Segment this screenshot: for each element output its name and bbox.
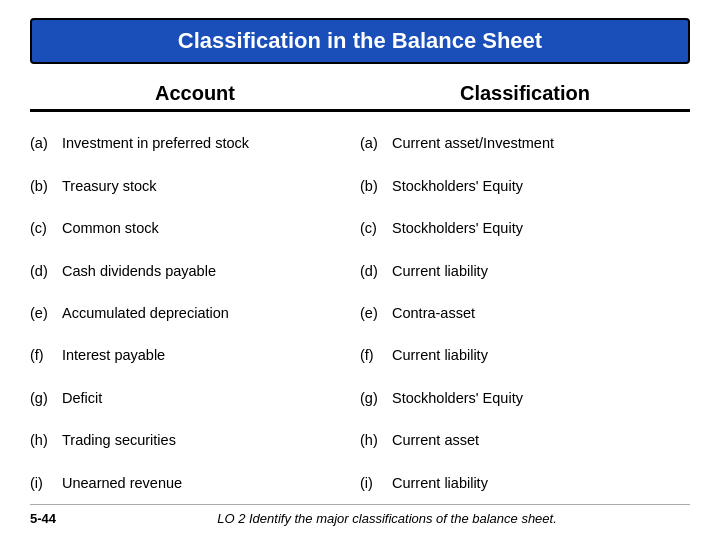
account-value-1: Treasury stock: [62, 178, 157, 194]
class-label-6: (g): [360, 390, 386, 406]
table-row: (a) Investment in preferred stock (a) Cu…: [30, 133, 690, 153]
account-value-2: Common stock: [62, 220, 159, 236]
cell-classification-0: (a) Current asset/Investment: [360, 135, 690, 151]
class-value-0: Current asset/Investment: [392, 135, 554, 151]
account-value-8: Unearned revenue: [62, 475, 182, 491]
cell-classification-1: (b) Stockholders' Equity: [360, 178, 690, 194]
table-row: (c) Common stock (c) Stockholders' Equit…: [30, 218, 690, 238]
class-label-5: (f): [360, 347, 386, 363]
cell-classification-8: (i) Current liability: [360, 475, 690, 491]
class-label-2: (c): [360, 220, 386, 236]
account-value-7: Trading securities: [62, 432, 176, 448]
account-value-0: Investment in preferred stock: [62, 135, 249, 151]
account-label-5: (f): [30, 347, 56, 363]
page: Classification in the Balance Sheet Acco…: [0, 0, 720, 540]
account-label-1: (b): [30, 178, 56, 194]
account-label-0: (a): [30, 135, 56, 151]
cell-account-5: (f) Interest payable: [30, 347, 360, 363]
footer: 5-44 LO 2 Identify the major classificat…: [30, 504, 690, 526]
class-value-1: Stockholders' Equity: [392, 178, 523, 194]
table-row: (h) Trading securities (h) Current asset: [30, 430, 690, 450]
class-label-3: (d): [360, 263, 386, 279]
table-row: (g) Deficit (g) Stockholders' Equity: [30, 388, 690, 408]
cell-account-1: (b) Treasury stock: [30, 178, 360, 194]
account-label-2: (c): [30, 220, 56, 236]
page-number: 5-44: [30, 511, 66, 526]
class-label-7: (h): [360, 432, 386, 448]
table-row: (e) Accumulated depreciation (e) Contra-…: [30, 303, 690, 323]
class-value-5: Current liability: [392, 347, 488, 363]
class-value-3: Current liability: [392, 263, 488, 279]
account-value-4: Accumulated depreciation: [62, 305, 229, 321]
cell-account-6: (g) Deficit: [30, 390, 360, 406]
account-label-3: (d): [30, 263, 56, 279]
cell-classification-7: (h) Current asset: [360, 432, 690, 448]
class-label-0: (a): [360, 135, 386, 151]
account-label-6: (g): [30, 390, 56, 406]
account-value-5: Interest payable: [62, 347, 165, 363]
classification-column-header: Classification: [360, 82, 690, 112]
cell-account-2: (c) Common stock: [30, 220, 360, 236]
cell-classification-6: (g) Stockholders' Equity: [360, 390, 690, 406]
page-title: Classification in the Balance Sheet: [30, 18, 690, 64]
class-value-7: Current asset: [392, 432, 479, 448]
table-row: (b) Treasury stock (b) Stockholders' Equ…: [30, 176, 690, 196]
account-label-7: (h): [30, 432, 56, 448]
account-label-8: (i): [30, 475, 56, 491]
cell-classification-2: (c) Stockholders' Equity: [360, 220, 690, 236]
account-label-4: (e): [30, 305, 56, 321]
class-value-2: Stockholders' Equity: [392, 220, 523, 236]
column-headers: Account Classification: [30, 82, 690, 112]
table-row: (d) Cash dividends payable (d) Current l…: [30, 261, 690, 281]
cell-account-0: (a) Investment in preferred stock: [30, 135, 360, 151]
cell-account-3: (d) Cash dividends payable: [30, 263, 360, 279]
account-value-6: Deficit: [62, 390, 102, 406]
class-label-1: (b): [360, 178, 386, 194]
cell-account-4: (e) Accumulated depreciation: [30, 305, 360, 321]
cell-classification-3: (d) Current liability: [360, 263, 690, 279]
account-value-3: Cash dividends payable: [62, 263, 216, 279]
cell-account-8: (i) Unearned revenue: [30, 475, 360, 491]
footer-note: LO 2 Identify the major classifications …: [84, 511, 690, 526]
class-value-4: Contra-asset: [392, 305, 475, 321]
cell-classification-4: (e) Contra-asset: [360, 305, 690, 321]
cell-classification-5: (f) Current liability: [360, 347, 690, 363]
table-row: (f) Interest payable (f) Current liabili…: [30, 345, 690, 365]
table-row: (i) Unearned revenue (i) Current liabili…: [30, 473, 690, 493]
class-label-4: (e): [360, 305, 386, 321]
table-body: (a) Investment in preferred stock (a) Cu…: [30, 116, 690, 504]
class-value-6: Stockholders' Equity: [392, 390, 523, 406]
class-value-8: Current liability: [392, 475, 488, 491]
cell-account-7: (h) Trading securities: [30, 432, 360, 448]
account-column-header: Account: [30, 82, 360, 112]
class-label-8: (i): [360, 475, 386, 491]
